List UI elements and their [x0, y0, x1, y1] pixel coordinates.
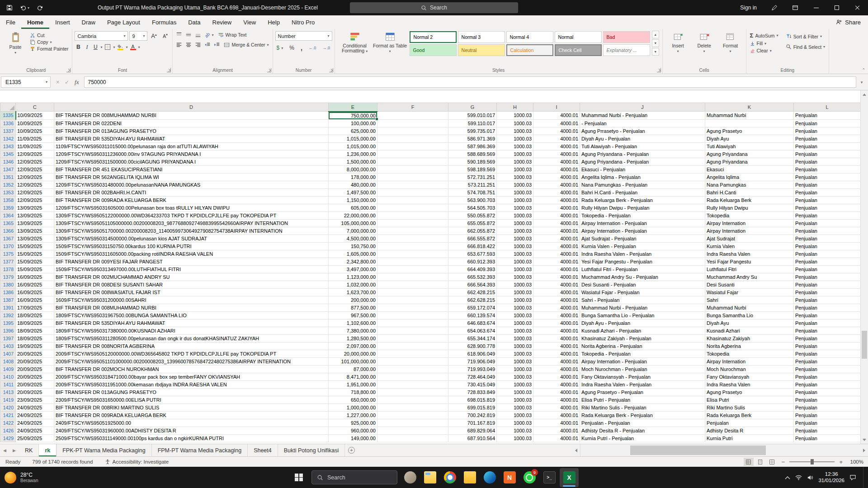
cell-L1337[interactable]: Penjualan: [794, 127, 861, 135]
cell-style-normal-3[interactable]: Normal 3: [458, 31, 505, 43]
cell-G1409[interactable]: 719.993.049: [448, 365, 497, 373]
cell-J1396[interactable]: Kusnadi Azhari - Penjualan: [580, 327, 705, 334]
cell-K1426[interactable]: Adhisty Desita R: [705, 427, 794, 434]
cell-H1419[interactable]: 1000.03: [497, 396, 533, 404]
cell-J1365[interactable]: Airpay Internation - Penjualan: [580, 219, 705, 227]
cell-F1343[interactable]: [377, 142, 448, 150]
cell-J1367[interactable]: Ajat Sudrajat - Penjualan: [580, 235, 705, 242]
cell-J1375[interactable]: Indra Raesha Valen - Penjualan: [580, 250, 705, 258]
cell-K1351[interactable]: Angelita Iqlima: [705, 173, 794, 181]
horizontal-scrollbar[interactable]: [572, 444, 868, 456]
cell-E1345[interactable]: 1,236,000.00: [329, 150, 377, 158]
cell-J1336[interactable]: - Penjualan: [580, 119, 705, 127]
cell-G1335[interactable]: 599.010.017: [448, 112, 497, 120]
cell-E1337[interactable]: 625,000.00: [329, 127, 377, 135]
row-header-1380[interactable]: 1380: [0, 281, 16, 288]
cell-I1409[interactable]: 4000.01: [533, 365, 580, 373]
cell-D1366[interactable]: 1309/FTSCY/WS95051700000.00200008203_114…: [54, 227, 329, 235]
conditional-formatting-button[interactable]: Conditional Formatting ▾: [337, 30, 373, 56]
cell-E1366[interactable]: 7,000,000.00: [329, 227, 377, 235]
row-header-1420[interactable]: 1420: [0, 404, 16, 411]
row-header-1409[interactable]: 1409: [0, 365, 16, 373]
menu-tab-draw[interactable]: Draw: [76, 15, 101, 29]
cell-F1378[interactable]: [377, 265, 448, 273]
sheet-tab-sheet4[interactable]: Sheet4: [248, 444, 278, 456]
cell-J1395[interactable]: Diyah Ayu - Penjualan: [580, 319, 705, 327]
cell-H1403[interactable]: 1000.03: [497, 342, 533, 350]
cell-J1379[interactable]: Muchammad Andry Su - Penjualan: [580, 273, 705, 281]
cell-F1353[interactable]: [377, 188, 448, 196]
ribbon-display-icon[interactable]: [785, 0, 806, 15]
cell-K1359[interactable]: Rully Hilyan Dwipu: [705, 204, 794, 211]
copy-button[interactable]: Copy ▾: [28, 39, 70, 45]
cell-K1343[interactable]: Tuti Alawiyah: [705, 142, 794, 150]
row-header-1353[interactable]: 1353: [0, 188, 16, 196]
align-right-icon[interactable]: [194, 41, 202, 48]
cell-L1408[interactable]: Penjualan: [794, 357, 861, 365]
cell-J1366[interactable]: Airpay Internation - Penjualan: [580, 227, 705, 235]
cell-L1410[interactable]: Penjualan: [794, 373, 861, 380]
cell-G1347[interactable]: 598.189.569: [448, 165, 497, 173]
row-header-1377[interactable]: 1377: [0, 258, 16, 265]
cell-G1337[interactable]: 599.735.017: [448, 127, 497, 135]
cell-G1410[interactable]: 728.464.049: [448, 373, 497, 380]
cell-I1395[interactable]: 4000.01: [533, 319, 580, 327]
cell-I1391[interactable]: 4000.01: [533, 304, 580, 311]
cell-L1345[interactable]: Penjualan: [794, 150, 861, 158]
cell-D1359[interactable]: 1209/FTSCY/WS95031605000.00Pelunasan box…: [54, 204, 329, 211]
cell-E1367[interactable]: 4,500,000.00: [329, 235, 377, 242]
cell-K1342[interactable]: Diyah Ayu: [705, 135, 794, 142]
cell-C1365[interactable]: 13/09/2025: [16, 219, 54, 227]
cell-J1351[interactable]: Angelita Iqlima - Penjualan: [580, 173, 705, 181]
cell-I1353[interactable]: 4000.01: [533, 188, 580, 196]
cell-E1379[interactable]: 1,123,000.00: [329, 273, 377, 281]
cell-C1335[interactable]: 10/09/2025: [16, 112, 54, 120]
bold-button[interactable]: B: [75, 44, 82, 50]
horizontal-scrollbar-track[interactable]: [580, 444, 860, 456]
row-header-1429[interactable]: 1429: [0, 434, 16, 442]
cell-K1413[interactable]: Agung Prasetyo: [705, 388, 794, 396]
cell-G1408[interactable]: 719.906.049: [448, 357, 497, 365]
cell-I1370[interactable]: 4000.01: [533, 242, 580, 250]
cell-F1387[interactable]: [377, 296, 448, 304]
cell-E1411[interactable]: 1,951,000.00: [329, 380, 377, 388]
cell-J1342[interactable]: Diyah Ayu - Penjualan: [580, 135, 705, 142]
sheet-nav-left-icon[interactable]: ◀: [0, 444, 9, 456]
zoom-in-button[interactable]: +: [839, 459, 843, 465]
column-header-K[interactable]: K: [705, 103, 794, 112]
cell-F1352[interactable]: [377, 181, 448, 188]
number-format-select[interactable]: Number▾: [275, 31, 332, 41]
menu-tab-page-layout[interactable]: Page Layout: [101, 15, 146, 29]
cell-L1370[interactable]: Penjualan: [794, 242, 861, 250]
cell-C1403[interactable]: 19/09/2025: [16, 342, 54, 350]
cell-F1391[interactable]: [377, 304, 448, 311]
cell-D1410[interactable]: 2009/FTSCY/WS950318471000.00bayar pack b…: [54, 373, 329, 380]
cell-G1421[interactable]: 700.242.819: [448, 411, 497, 419]
cell-I1392[interactable]: 4000.01: [533, 311, 580, 319]
cell-L1396[interactable]: Penjualan: [794, 327, 861, 334]
cell-H1364[interactable]: 1000.03: [497, 211, 533, 219]
cell-D1346[interactable]: 1209/FTSCY/WS950311500000.00cicilAGUNG P…: [54, 158, 329, 165]
cell-D1391[interactable]: BIF TRANSFER DR 008MUHAMMAD NURBI: [54, 304, 329, 311]
cell-D1377[interactable]: BIF TRANSFER DR 009YESI FAJAR PANGEST: [54, 258, 329, 265]
cell-E1364[interactable]: 22,000,000.00: [329, 211, 377, 219]
column-header-J[interactable]: J: [580, 103, 705, 112]
styles-more-icon[interactable]: ▼: [652, 48, 659, 56]
cell-C1408[interactable]: 20/09/2025: [16, 357, 54, 365]
italic-button[interactable]: I: [83, 44, 90, 51]
font-color-dropdown-icon[interactable]: ▾: [138, 45, 140, 49]
cell-H1336[interactable]: 1000.03: [497, 119, 533, 127]
cell-style-bad[interactable]: Bad: [603, 31, 650, 43]
cell-G1429[interactable]: 687.910.564: [448, 434, 497, 442]
cell-L1391[interactable]: Penjualan: [794, 304, 861, 311]
font-dialog-launcher[interactable]: [167, 68, 171, 72]
maximize-button[interactable]: [826, 0, 847, 15]
cell-J1392[interactable]: Bunga Samantha Lio - Penjualan: [580, 311, 705, 319]
cell-C1391[interactable]: 17/09/2025: [16, 304, 54, 311]
action-center-icon[interactable]: [849, 474, 856, 480]
cell-F1410[interactable]: [377, 373, 448, 380]
cell-H1375[interactable]: 1000.03: [497, 250, 533, 258]
cell-H1342[interactable]: 1000.03: [497, 135, 533, 142]
cell-L1426[interactable]: Penjualan: [794, 427, 861, 434]
cell-C1358[interactable]: 12/09/2025: [16, 196, 54, 204]
